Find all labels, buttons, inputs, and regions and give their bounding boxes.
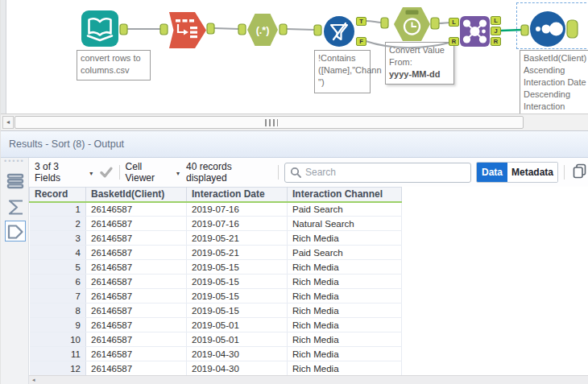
record-number-cell[interactable]: 1 xyxy=(30,202,86,217)
view-data-button[interactable] xyxy=(5,221,26,242)
record-number-cell[interactable]: 4 xyxy=(30,246,86,260)
data-cell[interactable]: 26146587 xyxy=(86,303,187,318)
data-cell[interactable]: 2019-07-16 xyxy=(187,217,288,231)
datetime-tool-annotation[interactable]: Convert Value From: yyyy-MM-dd xyxy=(385,42,454,85)
view-records-button[interactable] xyxy=(5,170,26,191)
record-number-cell[interactable]: 12 xyxy=(30,361,86,376)
data-cell[interactable]: 26146587 xyxy=(86,332,187,347)
record-number-cell[interactable]: 10 xyxy=(30,332,86,347)
data-cell[interactable]: 2019-05-15 xyxy=(187,303,288,318)
workflow-canvas[interactable]: (.*) xyxy=(1,0,588,114)
data-cell[interactable]: 26146587 xyxy=(86,217,187,231)
annotation-line: BasketId(Client) xyxy=(524,52,586,64)
record-number-cell[interactable]: 7 xyxy=(30,289,86,303)
sort-tool-annotation[interactable]: BasketId(Client) Ascending Interaction D… xyxy=(520,50,588,114)
wire-regex-filter[interactable] xyxy=(287,29,315,30)
scrollbar-left-arrow[interactable]: ◂ xyxy=(2,116,14,129)
copy-icon xyxy=(573,163,586,179)
data-cell[interactable]: 26146587 xyxy=(86,246,187,260)
data-cell[interactable]: 26146587 xyxy=(86,289,187,303)
data-cell[interactable]: Rich Media xyxy=(288,361,402,376)
table-row: 2261465872019-07-16Natural Search xyxy=(30,217,402,231)
table-row: 8261465872019-05-15Rich Media xyxy=(30,303,402,318)
data-cell[interactable]: Rich Media xyxy=(288,347,402,361)
data-cell[interactable]: 26146587 xyxy=(86,361,187,376)
annotation-line: Descending xyxy=(524,89,586,101)
record-number-cell[interactable]: 6 xyxy=(30,275,86,289)
results-grid[interactable]: Record BasketId(Client) Interaction Date… xyxy=(29,187,402,376)
data-cell[interactable]: Natural Search xyxy=(288,217,402,231)
data-cell[interactable]: 2019-05-21 xyxy=(187,246,288,260)
column-header-interaction-date[interactable]: Interaction Date xyxy=(187,188,288,202)
scrollbar-thumb[interactable] xyxy=(14,116,524,129)
grid-hscrollbar[interactable]: ◂ xyxy=(29,375,588,384)
data-cell[interactable]: 2019-05-15 xyxy=(187,289,288,303)
data-cell[interactable]: 26146587 xyxy=(86,347,187,361)
record-number-cell[interactable]: 8 xyxy=(30,303,86,318)
data-cell[interactable]: 26146587 xyxy=(86,202,187,217)
data-cell[interactable]: 2019-04-30 xyxy=(187,347,288,361)
filter-tool[interactable] xyxy=(324,16,354,47)
filter-false-port[interactable]: F xyxy=(356,37,366,46)
record-number-cell[interactable]: 9 xyxy=(30,318,86,332)
search-input[interactable] xyxy=(305,167,450,178)
data-cell[interactable]: 2019-05-01 xyxy=(187,332,288,347)
datetime-tool[interactable] xyxy=(394,7,430,41)
data-cell[interactable]: 26146587 xyxy=(86,231,187,246)
data-cell[interactable]: Rich Media xyxy=(288,231,402,246)
column-header-record[interactable]: Record xyxy=(30,188,86,202)
join-right-output-port[interactable]: R xyxy=(491,37,501,46)
data-tag-icon xyxy=(6,224,24,240)
tab-data[interactable]: Data xyxy=(477,163,507,182)
filter-tool-annotation[interactable]: !Contains ([Name],"Chann ") xyxy=(314,50,371,93)
transpose-tool[interactable] xyxy=(169,12,206,48)
input-tool-annotation[interactable]: convert rows to columns.csv xyxy=(77,50,151,81)
data-cell[interactable]: Rich Media xyxy=(288,289,402,303)
chevron-down-icon[interactable]: ▾ xyxy=(176,170,180,177)
apply-checkmark-icon[interactable] xyxy=(99,166,113,179)
data-cell[interactable]: 2019-05-01 xyxy=(187,318,288,332)
fields-summary-dropdown[interactable]: 3 of 3 Fields xyxy=(35,161,85,184)
wire-transpose-regex[interactable] xyxy=(214,28,239,29)
join-left-output-port[interactable]: L xyxy=(491,16,501,25)
data-cell[interactable]: Rich Media xyxy=(288,275,402,289)
data-cell[interactable]: Paid Search xyxy=(288,246,402,260)
wire-filter-true-datetime[interactable] xyxy=(366,21,382,23)
data-cell[interactable]: Paid Search xyxy=(288,202,402,217)
cell-viewer-dropdown[interactable]: Cell Viewer xyxy=(126,161,172,184)
join-left-input-port[interactable]: L xyxy=(449,18,459,27)
data-cell[interactable]: 2019-04-30 xyxy=(187,361,288,376)
tab-metadata[interactable]: Metadata xyxy=(507,163,557,182)
data-cell[interactable]: Rich Media xyxy=(288,303,402,318)
column-header-interaction-channel[interactable]: Interaction Channel xyxy=(288,188,402,202)
join-tool[interactable] xyxy=(460,16,490,47)
view-profile-button[interactable] xyxy=(5,196,26,217)
search-box[interactable] xyxy=(284,163,471,183)
copy-button[interactable] xyxy=(573,163,586,181)
column-header-basketid[interactable]: BasketId(Client) xyxy=(86,188,187,202)
data-cell[interactable]: 26146587 xyxy=(86,260,187,275)
panel-drag-handle[interactable]: ••••• xyxy=(4,159,27,164)
record-number-cell[interactable]: 5 xyxy=(30,260,86,275)
record-number-cell[interactable]: 11 xyxy=(30,347,86,361)
data-cell[interactable]: Rich Media xyxy=(288,332,402,347)
data-cell[interactable]: 26146587 xyxy=(86,318,187,332)
input-data-tool[interactable] xyxy=(81,10,118,47)
data-cell[interactable]: Rich Media xyxy=(288,260,402,275)
data-cell[interactable]: Rich Media xyxy=(288,318,402,332)
regex-tool[interactable]: (.*) xyxy=(247,14,278,46)
join-right-input-port[interactable]: R xyxy=(449,37,459,46)
canvas-hscrollbar[interactable]: ◂ xyxy=(1,114,588,131)
data-cell[interactable]: 2019-05-15 xyxy=(187,260,288,275)
record-number-cell[interactable]: 3 xyxy=(30,231,86,246)
data-cell[interactable]: 2019-07-16 xyxy=(187,202,288,217)
data-cell[interactable]: 2019-05-21 xyxy=(187,231,288,246)
filter-true-port[interactable]: T xyxy=(356,17,366,26)
search-icon xyxy=(290,167,301,178)
join-join-output-port[interactable]: J xyxy=(491,27,501,35)
chevron-down-icon[interactable]: ▾ xyxy=(89,170,93,177)
record-number-cell[interactable]: 2 xyxy=(30,217,86,231)
data-cell[interactable]: 26146587 xyxy=(86,275,187,289)
annotation-line: yyyy-MM-dd xyxy=(389,68,450,81)
data-cell[interactable]: 2019-05-15 xyxy=(187,275,288,289)
